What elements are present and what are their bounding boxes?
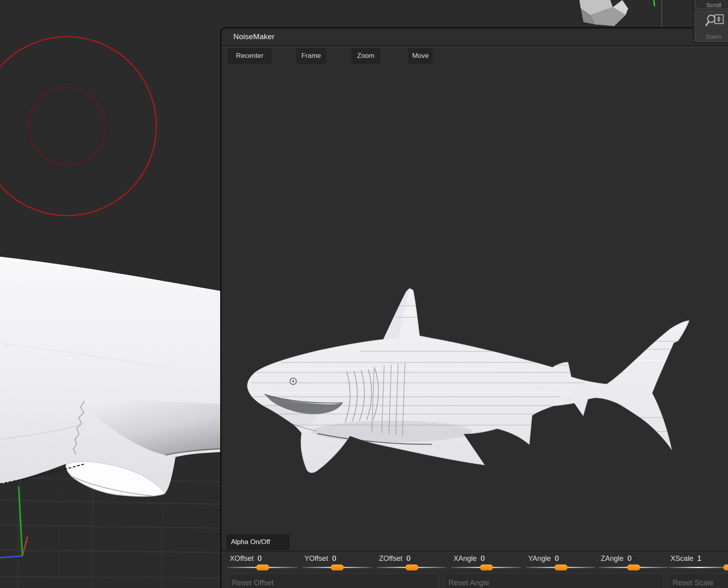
gizmo-green-line — [654, 0, 655, 6]
alpha-on-off-button[interactable]: Alpha On/Off — [227, 534, 290, 550]
preview-shark-model — [241, 277, 703, 484]
noisemaker-titlebar[interactable]: NoiseMaker — [221, 28, 728, 46]
slider-handle[interactable] — [480, 564, 493, 570]
slider-value: 0 — [555, 554, 559, 562]
yangle-slider[interactable]: YAngle0 — [528, 554, 599, 571]
slider-label: XScale — [671, 554, 693, 562]
slider-value: 0 — [627, 554, 631, 562]
brush-ring-outer — [0, 37, 156, 216]
slider-label: XOffset — [230, 554, 254, 562]
reset-scale-button[interactable]: Reset Scale — [668, 573, 728, 588]
slider-value: 0 — [332, 554, 336, 562]
axis-y-green — [19, 487, 22, 556]
recenter-button[interactable]: Recenter — [228, 48, 272, 64]
reset-offset-button[interactable]: Reset Offset — [227, 573, 439, 588]
slider-label: YOffset — [304, 554, 328, 562]
yoffset-slider[interactable]: YOffset0 — [304, 554, 375, 571]
slider-label: YAngle — [528, 554, 551, 562]
bottom-separator — [221, 551, 728, 552]
slider-handle[interactable] — [723, 564, 728, 570]
polymesh-fragment — [579, 0, 628, 26]
canvas-zoom-label: Zoom — [696, 33, 728, 40]
slider-value: 0 — [406, 554, 410, 562]
slider-label: ZOffset — [379, 554, 402, 562]
slider-value: 0 — [481, 554, 485, 562]
slider-track[interactable] — [668, 567, 728, 568]
slider-handle[interactable] — [256, 564, 269, 570]
noisemaker-window: NoiseMaker Recenter Frame Zoom Move — [220, 27, 728, 588]
zangle-slider[interactable]: ZAngle0 — [601, 554, 672, 571]
brush-ring-inner — [28, 87, 106, 165]
brush-cursor-rings — [0, 37, 156, 216]
slider-value: 0 — [258, 554, 262, 562]
noisemaker-toolbar: Recenter Frame Zoom Move — [221, 46, 728, 65]
slider-handle[interactable] — [627, 564, 640, 570]
noise-preview-viewport[interactable] — [221, 65, 728, 534]
scroll-button[interactable]: Scroll — [695, 0, 728, 9]
slider-label: XAngle — [454, 554, 477, 562]
xangle-slider[interactable]: XAngle0 — [454, 554, 525, 571]
axis-z-blue — [0, 556, 22, 558]
slider-handle[interactable] — [554, 564, 568, 570]
frame-button[interactable]: Frame — [296, 48, 326, 64]
canvas-shark-model — [0, 251, 243, 503]
xoffset-slider[interactable]: XOffset0 — [230, 554, 301, 571]
window-title: NoiseMaker — [233, 32, 274, 41]
slider-label: ZAngle — [601, 554, 623, 562]
magnifier-icon — [705, 14, 724, 28]
right-shelf: Scroll Zoom — [693, 0, 728, 43]
zoffset-slider[interactable]: ZOffset0 — [379, 554, 450, 571]
slider-value: 1 — [697, 554, 701, 562]
slider-handle[interactable] — [331, 564, 344, 570]
axis-x-red — [22, 537, 28, 556]
reset-angle-button[interactable]: Reset Angle — [444, 573, 663, 588]
axis-gizmo — [0, 487, 28, 558]
move-button[interactable]: Move — [408, 48, 433, 64]
xscale-slider[interactable]: XScale1 — [671, 554, 728, 571]
slider-handle[interactable] — [405, 564, 418, 570]
zoom-button[interactable]: Zoom — [351, 48, 380, 64]
canvas-zoom-button[interactable]: Zoom — [695, 11, 728, 42]
